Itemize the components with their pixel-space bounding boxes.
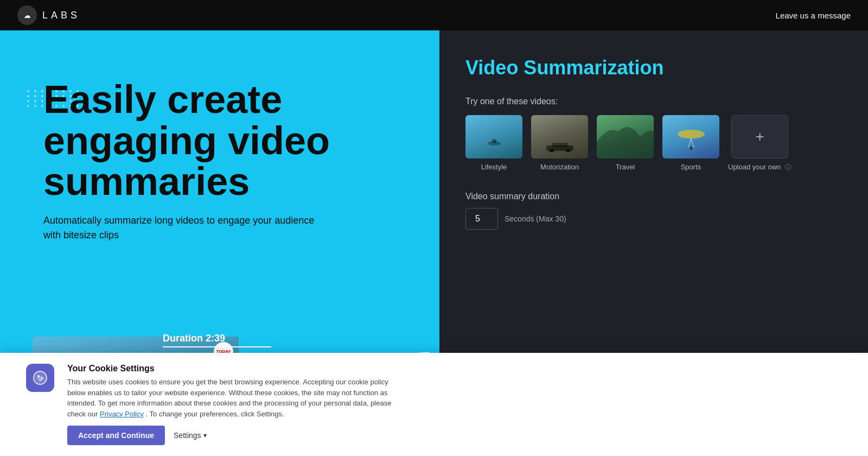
hero-subtitle: Automatically summarize long videos to e… xyxy=(43,213,315,243)
svg-rect-5 xyxy=(552,143,568,147)
videos-label: Try one of these videos: xyxy=(465,97,842,106)
bird-icon xyxy=(483,137,505,148)
leave-message-link[interactable]: Leave us a message xyxy=(776,11,851,20)
svg-line-9 xyxy=(688,138,691,148)
duration-section: Video summary duration Seconds (Max 30) xyxy=(465,192,842,230)
plus-icon: + xyxy=(755,128,764,145)
thumb-img-motorization xyxy=(531,115,588,159)
privacy-policy-link[interactable]: Privacy Policy xyxy=(100,410,144,418)
section-title: Video Summarization xyxy=(465,56,842,79)
chevron-down-icon: ▾ xyxy=(203,432,207,439)
cookie-title: Your Cookie Settings xyxy=(67,364,842,373)
svg-point-15 xyxy=(40,380,41,381)
thumb-label-motorization: Motorization xyxy=(540,163,579,171)
cookie-actions: Accept and Continue Settings ▾ xyxy=(67,426,842,445)
svg-point-13 xyxy=(37,375,40,377)
thumb-label-lifestyle: Lifestyle xyxy=(481,163,507,171)
info-icon: ⓘ xyxy=(785,163,792,171)
thumb-img-sports xyxy=(662,115,719,159)
thumb-img-lifestyle xyxy=(465,115,522,159)
svg-point-8 xyxy=(678,130,705,138)
logo: ☁ LABS xyxy=(17,5,80,25)
thumb-item-upload[interactable]: + Upload your own ⓘ xyxy=(728,115,792,172)
navbar: ☁ LABS Leave us a message xyxy=(0,0,868,30)
cliff-icon xyxy=(597,115,654,159)
duration-label-1: Duration 2:39 xyxy=(163,333,271,347)
cookie-icon xyxy=(26,364,54,392)
thumb-label-travel: Travel xyxy=(616,163,635,171)
cloudinary-logo-icon: ☁ xyxy=(17,5,37,25)
thumb-item-lifestyle[interactable]: Lifestyle xyxy=(465,115,522,172)
hero-title: Easily create engaging video summaries xyxy=(43,79,407,202)
car-icon xyxy=(544,141,576,152)
thumb-item-motorization[interactable]: Motorization xyxy=(531,115,588,172)
cookie-content: Your Cookie Settings This website uses c… xyxy=(67,364,842,445)
duration-hint: Seconds (Max 30) xyxy=(505,214,566,223)
svg-point-14 xyxy=(41,378,43,379)
thumb-item-travel[interactable]: Travel xyxy=(597,115,654,172)
svg-text:☁: ☁ xyxy=(24,12,30,20)
duration-input-row: Seconds (Max 30) xyxy=(465,208,842,230)
paraglider-icon xyxy=(675,129,707,150)
duration-input[interactable] xyxy=(465,208,498,230)
settings-button[interactable]: Settings ▾ xyxy=(174,431,207,440)
svg-line-10 xyxy=(691,138,694,148)
labs-text: LABS xyxy=(42,10,80,21)
duration-title: Video summary duration xyxy=(465,192,842,201)
cookie-banner: Your Cookie Settings This website uses c… xyxy=(0,353,868,456)
thumb-label-sports: Sports xyxy=(681,163,701,171)
cloudinary-cookie-icon xyxy=(33,370,48,385)
thumb-img-travel xyxy=(597,115,654,159)
cookie-text: This website uses cookies to ensure you … xyxy=(67,377,393,419)
thumb-item-sports[interactable]: Sports xyxy=(662,115,719,172)
svg-point-11 xyxy=(690,147,693,150)
thumb-img-upload: + xyxy=(731,115,788,159)
video-thumbnails-row: Lifestyle Motorization xyxy=(465,115,842,172)
accept-continue-button[interactable]: Accept and Continue xyxy=(67,426,165,445)
thumb-label-upload: Upload your own ⓘ xyxy=(728,163,792,172)
svg-point-3 xyxy=(492,139,496,143)
